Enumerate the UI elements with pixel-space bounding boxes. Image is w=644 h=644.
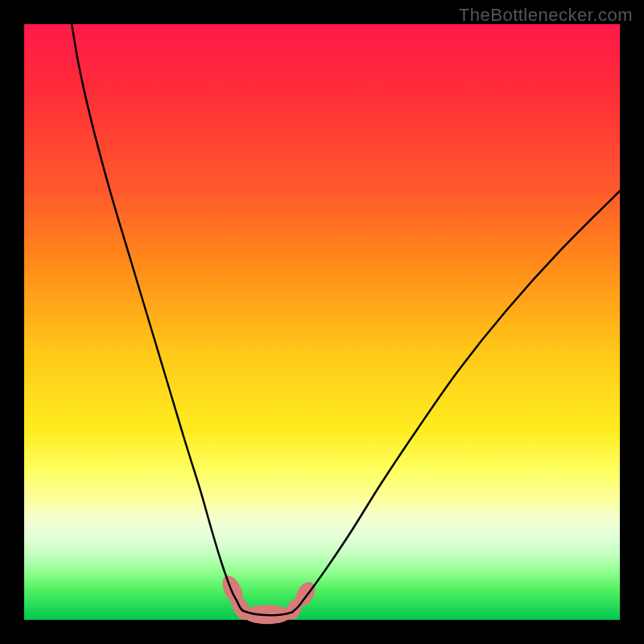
chart-container: TheBottlenecker.com — [0, 0, 644, 644]
watermark-text: TheBottlenecker.com — [459, 5, 633, 26]
bottleneck-chart — [0, 0, 644, 644]
plot-background — [24, 24, 620, 620]
